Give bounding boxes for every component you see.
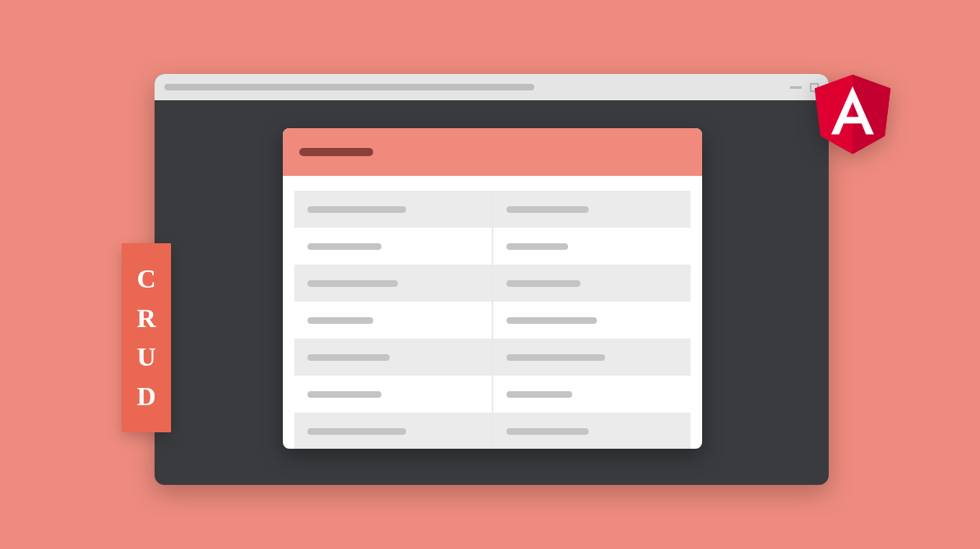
table-cell: [294, 265, 492, 302]
table-cell: [493, 413, 691, 449]
table-cell: [493, 376, 691, 413]
browser-titlebar: [155, 74, 829, 100]
table-cell: [294, 413, 492, 449]
card-title-placeholder: [299, 148, 373, 156]
table-cell: [294, 339, 492, 376]
data-card: [283, 128, 702, 449]
table-cell: [493, 302, 691, 339]
table-cell: [294, 302, 492, 339]
table-cell: [493, 191, 691, 228]
crud-r: R: [136, 303, 155, 334]
card-header: [283, 128, 702, 176]
crud-d: D: [136, 381, 155, 412]
crud-badge: C R U D: [122, 243, 171, 432]
table-cell: [493, 265, 691, 302]
table-col-right: [493, 191, 691, 449]
table-cell: [493, 339, 691, 376]
card-body: [283, 176, 702, 449]
browser-window: [155, 74, 829, 485]
minimize-icon[interactable]: [790, 86, 802, 89]
url-bar[interactable]: [164, 84, 534, 90]
data-table: [294, 191, 691, 449]
angular-logo-icon: [807, 64, 898, 161]
crud-u: U: [136, 342, 155, 372]
table-cell: [294, 376, 492, 413]
table-cell: [294, 228, 492, 265]
table-col-left: [294, 191, 493, 449]
crud-c: C: [136, 264, 155, 294]
table-cell: [294, 191, 492, 228]
table-cell: [493, 228, 691, 265]
